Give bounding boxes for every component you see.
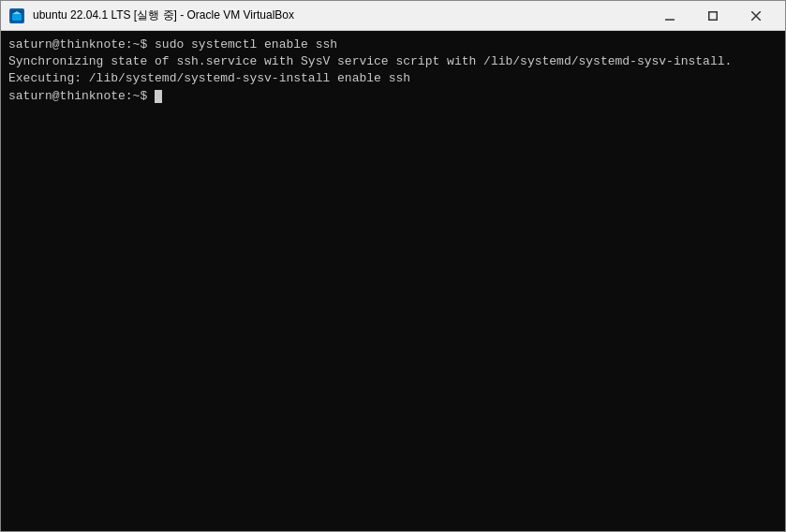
virtualbox-window: ubuntu 22.04.1 LTS [실행 중] - Oracle VM Vi… xyxy=(0,0,786,532)
terminal-area[interactable]: saturn@thinknote:~$ sudo systemctl enabl… xyxy=(1,31,785,531)
close-button[interactable] xyxy=(734,1,778,31)
minimize-icon xyxy=(665,11,675,21)
app-icon xyxy=(8,7,25,24)
titlebar: ubuntu 22.04.1 LTS [실행 중] - Oracle VM Vi… xyxy=(1,1,785,31)
close-icon xyxy=(751,11,761,21)
svg-rect-5 xyxy=(709,11,718,20)
window-controls xyxy=(648,1,778,31)
terminal-cursor xyxy=(155,90,162,103)
maximize-icon xyxy=(708,11,718,21)
maximize-button[interactable] xyxy=(691,1,734,31)
minimize-button[interactable] xyxy=(648,1,691,31)
svg-rect-2 xyxy=(12,14,22,21)
window-title: ubuntu 22.04.1 LTS [실행 중] - Oracle VM Vi… xyxy=(33,7,641,23)
terminal-output: saturn@thinknote:~$ sudo systemctl enabl… xyxy=(8,37,778,105)
